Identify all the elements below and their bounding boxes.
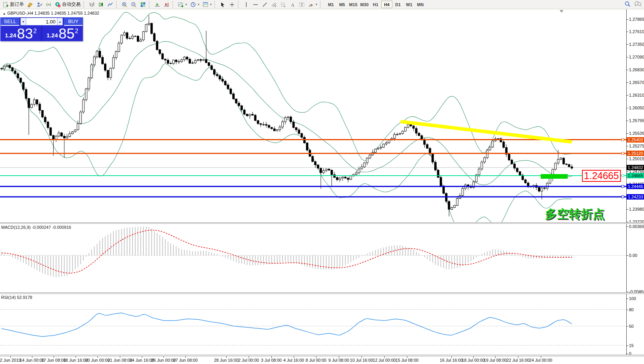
profiles-button[interactable] bbox=[35, 0, 44, 8]
toolbar-grip bbox=[172, 1, 175, 8]
price-axis-badge: 1.24445 bbox=[627, 184, 644, 189]
dropdown-icon: ▾ bbox=[316, 3, 317, 6]
new-order-button[interactable]: 新订单 bbox=[1, 0, 25, 8]
panel-separator[interactable] bbox=[0, 355, 644, 356]
period-button-m30[interactable]: M30 bbox=[359, 1, 370, 8]
time-axis-label: 3 Jul 08:00 bbox=[261, 358, 282, 362]
rsi-axis-tick bbox=[626, 310, 628, 310]
price-axis-tick bbox=[626, 146, 628, 146]
period-button-w1[interactable]: W1 bbox=[404, 1, 415, 8]
vertical-line-button[interactable] bbox=[242, 0, 251, 8]
time-axis-label: 19 Jul 08:00 bbox=[484, 358, 507, 362]
period-button-m1[interactable]: M1 bbox=[325, 1, 336, 8]
volume-input[interactable] bbox=[26, 18, 57, 25]
volume-increase-button[interactable]: ▲ bbox=[57, 18, 63, 25]
arrows-button[interactable]: ▾ bbox=[306, 0, 319, 8]
price-axis-label: 1.27350 bbox=[629, 42, 644, 47]
price-axis-tick bbox=[626, 19, 628, 20]
sell-button[interactable]: SELL bbox=[1, 17, 19, 26]
dropdown-icon: ▾ bbox=[210, 3, 212, 6]
period-button-mn[interactable]: MN bbox=[415, 1, 426, 8]
styles-button[interactable] bbox=[25, 0, 35, 8]
price-axis-badge: 1.24832 bbox=[627, 165, 644, 170]
equidistant-channel-button[interactable]: E bbox=[269, 0, 279, 8]
time-axis-label: 10 Jul 16:00 bbox=[350, 358, 373, 362]
zoom-out-button[interactable] bbox=[129, 0, 138, 8]
crosshair-button[interactable] bbox=[227, 0, 237, 8]
panel-separator[interactable] bbox=[0, 222, 644, 224]
templates-button[interactable]: ▾ bbox=[201, 0, 213, 8]
sell-price-prefix: 1.24 bbox=[5, 32, 16, 39]
volume-decrease-button[interactable]: ▼ bbox=[20, 18, 26, 25]
buy-price-big: 85 bbox=[59, 28, 74, 40]
zoom-in-icon bbox=[121, 2, 128, 8]
svg-text:T: T bbox=[301, 2, 303, 7]
search-icon[interactable] bbox=[624, 1, 631, 9]
indicators-button[interactable]: ▾ bbox=[176, 0, 188, 8]
trendline-button[interactable] bbox=[260, 0, 269, 8]
time-axis-label: 26 Jun 00:00 bbox=[151, 358, 176, 362]
chart-shift-button[interactable] bbox=[162, 0, 171, 8]
macd-panel-canvas[interactable] bbox=[0, 224, 626, 292]
price-chart-canvas[interactable] bbox=[0, 9, 626, 222]
autotrading-button[interactable]: 自动交易 bbox=[53, 0, 82, 8]
one-click-trading-panel: SELL ▼ ▲ BUY 1.24832 1.24852 bbox=[0, 17, 83, 41]
period-button-m15[interactable]: M15 bbox=[348, 1, 359, 8]
price-axis-label: 1.27865 bbox=[629, 17, 644, 22]
panel-separator[interactable] bbox=[0, 292, 644, 294]
price-axis-label: 1.25795 bbox=[629, 118, 644, 123]
time-axis-label: 28 Jun 16:00 bbox=[214, 358, 239, 362]
price-axis-label: 1.25275 bbox=[629, 144, 644, 148]
price-axis-tick bbox=[626, 121, 628, 121]
rsi-axis-tick bbox=[626, 299, 628, 299]
chart-window[interactable]: 2 Jun 201914 Jun 00:0017 Jun 08:0018 Jun… bbox=[0, 9, 644, 364]
price-axis-tick bbox=[626, 133, 628, 134]
text-label-button[interactable]: T bbox=[297, 0, 306, 8]
rsi-panel-canvas[interactable] bbox=[0, 294, 626, 355]
sell-price-display[interactable]: 1.24832 bbox=[0, 26, 41, 41]
cursor-button[interactable] bbox=[218, 0, 227, 8]
auto-scroll-button[interactable] bbox=[153, 0, 162, 8]
buy-price-display[interactable]: 1.24852 bbox=[42, 26, 83, 41]
price-axis-badge: 1.24665 bbox=[627, 173, 644, 178]
new-order-label: 新订单 bbox=[10, 1, 24, 8]
chart-shift-icon bbox=[163, 2, 170, 8]
rsi-axis-tick bbox=[626, 346, 628, 346]
candlestick-button[interactable] bbox=[96, 0, 106, 8]
text-button[interactable]: A bbox=[288, 0, 297, 8]
signals-button[interactable] bbox=[44, 0, 53, 8]
chat-icon[interactable] bbox=[634, 1, 642, 8]
time-axis-label: 27 Jun 08:00 bbox=[173, 358, 198, 362]
chinese-annotation-text[interactable]: 多空转折点 bbox=[545, 206, 605, 222]
price-axis-line bbox=[626, 9, 627, 356]
symbol-ohlc-text: GBPUSD-,H4 1.24835 1.24835 1.24755 1.248… bbox=[7, 11, 99, 15]
symbol-collapse-icon[interactable]: ▲ bbox=[3, 12, 6, 15]
zoom-in-button[interactable] bbox=[120, 0, 129, 8]
macd-axis-tick bbox=[626, 226, 628, 227]
period-button-m5[interactable]: M5 bbox=[336, 1, 348, 8]
tile-windows-button[interactable] bbox=[138, 0, 148, 8]
time-axis-label: 18 Jun 16:00 bbox=[63, 358, 88, 362]
period-button-d1[interactable]: D1 bbox=[392, 1, 404, 8]
horizontal-line-button[interactable] bbox=[251, 0, 260, 8]
price-axis-label: 1.26050 bbox=[629, 106, 644, 110]
toolbar-grip bbox=[116, 1, 119, 8]
rsi-axis-label: 80 bbox=[629, 307, 634, 312]
chart-shift-marker[interactable] bbox=[560, 10, 563, 13]
line-chart-icon bbox=[107, 2, 113, 8]
candlestick-icon bbox=[98, 2, 104, 8]
bar-chart-button[interactable] bbox=[87, 0, 96, 8]
symbol-info: ▲GBPUSD-,H4 1.24835 1.24835 1.24755 1.24… bbox=[3, 11, 99, 15]
fibonacci-button[interactable]: F bbox=[279, 0, 288, 8]
down-triangle-icon: ▼ bbox=[22, 20, 25, 23]
price-axis-label: 1.25535 bbox=[629, 131, 644, 136]
buy-button[interactable]: BUY bbox=[64, 17, 82, 26]
line-chart-button[interactable] bbox=[106, 0, 115, 8]
timeframes-button[interactable]: ▾ bbox=[188, 0, 201, 8]
rsi-indicator-label: RSI(14) 52.9178 bbox=[1, 295, 32, 300]
price-axis-label: 1.26570 bbox=[629, 80, 644, 85]
new-order-icon bbox=[3, 2, 9, 8]
period-button-h1[interactable]: H1 bbox=[370, 1, 381, 8]
period-button-h4[interactable]: H4 bbox=[381, 1, 392, 8]
price-annotation-box[interactable]: 1.24665 bbox=[582, 170, 621, 182]
